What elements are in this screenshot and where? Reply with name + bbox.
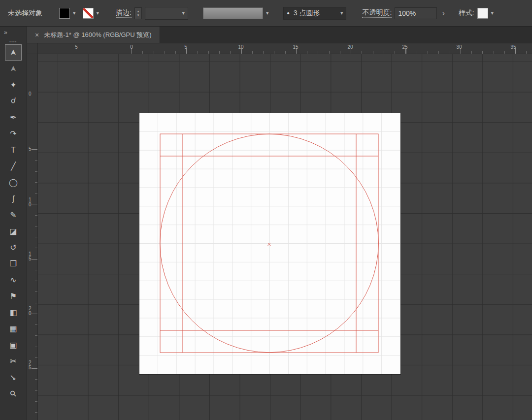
ruler-top-number: 5 [184, 44, 187, 50]
tool-type-tool[interactable]: T [5, 142, 22, 158]
tool-scale-tool[interactable]: ❐ [5, 256, 22, 272]
opacity-label[interactable]: 不透明度: [362, 8, 392, 18]
stroke-weight-dropdown[interactable]: ▾ [145, 7, 188, 20]
brush-name: 3 点圆形 [294, 9, 320, 18]
type-tool-icon: T [11, 146, 16, 155]
guide-artwork [139, 113, 400, 374]
tool-width-tool[interactable]: ∿ [5, 272, 22, 288]
tool-magic-wand-tool[interactable]: ✦ [5, 77, 22, 93]
style-swatch[interactable] [477, 8, 488, 19]
tool-ellipse-tool[interactable]: ◯ [5, 174, 22, 191]
variable-width-profile-preview[interactable] [203, 7, 263, 19]
ellipse-tool-icon: ◯ [9, 178, 18, 187]
pasteboard[interactable] [38, 54, 532, 420]
tool-graph-tool[interactable]: ▦ [5, 321, 22, 337]
style-chevron-down-icon[interactable]: ▾ [491, 10, 494, 16]
tool-shape-builder-tool[interactable]: ◧ [5, 304, 22, 321]
tool-line-tool[interactable]: ╱ [5, 158, 22, 174]
panel-grip[interactable]: ▪▪▪▪ [0, 38, 27, 44]
ruler-top-number: 5 [75, 44, 78, 50]
magic-wand-tool-icon: ✦ [10, 80, 16, 90]
tool-pencil-tool[interactable]: ✎ [5, 207, 22, 223]
tool-lasso-tool[interactable]: ρ [5, 93, 22, 109]
ruler-corner[interactable] [27, 43, 38, 54]
ruler-left-number: 2 5 [29, 360, 32, 370]
tool-selection-tool[interactable]: ➤ [5, 44, 22, 61]
stroke-chevron-down-icon[interactable]: ▾ [97, 10, 100, 16]
tool-zoom-tool[interactable]: ⚲ [5, 386, 22, 402]
guide-circle [160, 134, 379, 353]
ruler-top-number: 25 [402, 44, 407, 50]
ruler-left-number: 5 [29, 147, 32, 152]
artboard[interactable] [139, 113, 400, 374]
fill-color-swatch[interactable] [59, 8, 70, 19]
stroke-weight-label[interactable]: 描边: [116, 8, 132, 18]
tools-panel: » ▪▪▪▪ ➤➤✦ρ✒↷T╱◯ʃ✎◪↺❐∿⚑◧▦▣✂⊸⚲ [0, 27, 27, 420]
eyedropper-tool-icon: ⊸ [8, 372, 19, 383]
document-area: × 未标题-1* @ 1600% (RGB/GPU 预览) 5051015202… [27, 27, 532, 420]
paintbrush-tool-icon: ʃ [12, 194, 14, 203]
stepper-down-icon[interactable]: ▾ [137, 13, 139, 17]
fill-chevron-down-icon[interactable]: ▾ [73, 10, 76, 16]
tool-slice-tool[interactable]: ✂ [5, 353, 22, 369]
toolbar: ➤➤✦ρ✒↷T╱◯ʃ✎◪↺❐∿⚑◧▦▣✂⊸⚲ [0, 44, 27, 402]
ruler-left-number: 1 0 [29, 197, 32, 207]
shape-builder-tool-icon: ◧ [9, 308, 17, 317]
stroke-weight-stepper[interactable]: ▴ ▾ [134, 7, 142, 19]
profile-chevron-down-icon[interactable]: ▾ [266, 10, 269, 16]
document-tab-bar: × 未标题-1* @ 1600% (RGB/GPU 预览) [27, 27, 532, 43]
curvature-tool-icon: ↷ [10, 129, 16, 138]
ruler-left-number: 1 5 [29, 252, 32, 261]
no-selection-label: 未选择对象 [8, 9, 42, 18]
opacity-input[interactable] [395, 7, 437, 19]
tool-direct-selection-tool[interactable]: ➤ [5, 61, 22, 77]
tool-curvature-tool[interactable]: ↷ [5, 126, 22, 142]
selection-tool-icon: ➤ [9, 49, 18, 56]
tool-pen-tool[interactable]: ✒ [5, 109, 22, 126]
line-tool-icon: ╱ [11, 162, 16, 171]
artboard-tool-icon: ▣ [9, 340, 17, 350]
tool-eyedropper-tool[interactable]: ⊸ [5, 369, 22, 386]
ruler-top[interactable]: 505101520253035 [38, 43, 532, 54]
pencil-tool-icon: ✎ [10, 210, 16, 220]
tool-paintbrush-tool[interactable]: ʃ [5, 191, 22, 207]
canvas-area: 505101520253035 051 01 52 02 5 [27, 43, 532, 420]
stroke-color-swatch[interactable] [83, 8, 94, 19]
opacity-more-chevron-icon[interactable]: › [440, 9, 446, 18]
ruler-top-number: 15 [293, 44, 298, 50]
puppet-warp-tool-icon: ⚑ [10, 291, 17, 301]
graph-tool-icon: ▦ [9, 324, 17, 333]
document-tab[interactable]: × 未标题-1* @ 1600% (RGB/GPU 预览) [27, 27, 160, 43]
ruler-left-number: 2 0 [29, 306, 32, 316]
zoom-tool-icon: ⚲ [8, 388, 19, 399]
ruler-top-number: 10 [238, 44, 243, 50]
slice-tool-icon: ✂ [10, 356, 16, 366]
tool-puppet-warp-tool[interactable]: ⚑ [5, 288, 22, 304]
brush-definition-dropdown[interactable]: • 3 点圆形 ▾ [283, 7, 346, 20]
brush-chevron-down-icon: ▾ [340, 10, 343, 16]
tool-eraser-tool[interactable]: ◪ [5, 223, 22, 239]
pen-tool-icon: ✒ [10, 113, 16, 122]
width-tool-icon: ∿ [10, 275, 16, 285]
ruler-top-number: 30 [456, 44, 462, 50]
style-label: 样式: [459, 9, 474, 18]
chevron-down-icon: ▾ [182, 10, 185, 16]
rotate-tool-icon: ↺ [10, 243, 16, 252]
ruler-top-number: 0 [130, 44, 133, 50]
tab-close-icon[interactable]: × [35, 31, 39, 39]
scale-tool-icon: ❐ [10, 259, 17, 268]
options-bar: 未选择对象 ▾ ▾ 描边: ▴ ▾ ▾ ▾ • 3 点圆形 ▾ 不透明度: › [0, 0, 532, 27]
brush-tip-icon: • [287, 9, 289, 17]
ruler-left[interactable]: 051 01 52 02 5 [27, 54, 38, 420]
lasso-tool-icon: ρ [10, 97, 16, 106]
panel-collapse-icon[interactable]: » [4, 29, 7, 36]
tool-rotate-tool[interactable]: ↺ [5, 239, 22, 256]
stepper-up-icon[interactable]: ▴ [137, 9, 139, 13]
ruler-top-number: 35 [510, 44, 516, 50]
tool-artboard-tool[interactable]: ▣ [5, 337, 22, 353]
guide-square [160, 134, 378, 353]
ruler-left-number: 0 [29, 92, 32, 97]
ruler-top-number: 20 [347, 44, 353, 50]
eraser-tool-icon: ◪ [9, 226, 17, 236]
direct-selection-tool-icon: ➤ [9, 65, 18, 72]
